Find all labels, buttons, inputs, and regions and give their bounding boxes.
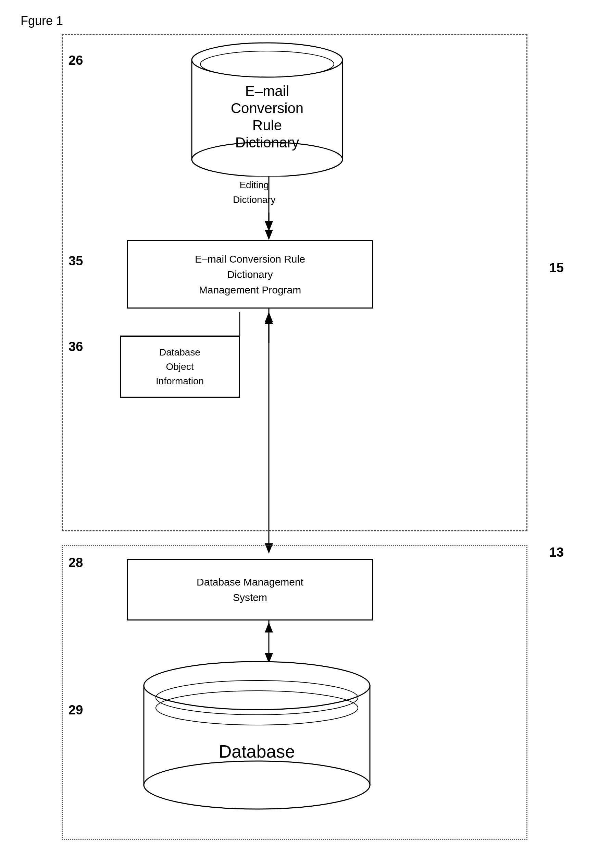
dms-line1: Database Management bbox=[197, 574, 303, 590]
mgmt-line1: E–mail Conversion Rule bbox=[195, 251, 305, 267]
db-object-info-text: Database Object Information bbox=[156, 345, 204, 388]
svg-text:Rule: Rule bbox=[253, 117, 282, 133]
editing-label-line2: Dictionary bbox=[233, 193, 275, 206]
email-dict-cylinder: E–mail Conversion Rule Dictionary bbox=[185, 39, 349, 177]
dms-box: Database Management System bbox=[127, 559, 373, 621]
arrow-mgmt-to-dms bbox=[259, 309, 279, 566]
mgmt-program-text: E–mail Conversion Rule Dictionary Manage… bbox=[195, 251, 305, 298]
label-15: 15 bbox=[549, 261, 564, 275]
mgmt-line2: Dictionary bbox=[195, 267, 305, 282]
db-obj-line1: Database bbox=[156, 345, 204, 360]
label-28: 28 bbox=[69, 555, 83, 570]
label-29: 29 bbox=[69, 703, 83, 718]
svg-marker-11 bbox=[265, 230, 273, 240]
editing-dictionary-label: Editing Dictionary bbox=[233, 178, 275, 206]
db-object-info-box: Database Object Information bbox=[120, 336, 240, 398]
connector-db-obj-to-mgmt bbox=[120, 309, 247, 343]
svg-point-23 bbox=[144, 662, 370, 710]
dms-line2: System bbox=[197, 590, 303, 605]
svg-text:Database: Database bbox=[219, 742, 295, 762]
label-35: 35 bbox=[69, 254, 83, 268]
page-title: Fgure 1 bbox=[21, 14, 63, 28]
mgmt-program-box: E–mail Conversion Rule Dictionary Manage… bbox=[127, 240, 373, 309]
svg-marker-17 bbox=[265, 314, 273, 324]
svg-text:Dictionary: Dictionary bbox=[235, 134, 299, 150]
db-obj-line2: Object bbox=[156, 360, 204, 374]
svg-point-26 bbox=[144, 761, 370, 809]
mgmt-line3: Management Program bbox=[195, 282, 305, 298]
label-13: 13 bbox=[549, 545, 564, 560]
dms-text: Database Management System bbox=[197, 574, 303, 605]
label-36: 36 bbox=[69, 339, 83, 354]
db-obj-line3: Information bbox=[156, 374, 204, 388]
label-26: 26 bbox=[69, 53, 83, 68]
svg-text:E–mail: E–mail bbox=[245, 83, 289, 99]
editing-label-line1: Editing bbox=[239, 178, 269, 192]
svg-text:Conversion: Conversion bbox=[231, 100, 303, 116]
svg-marker-20 bbox=[265, 622, 273, 633]
database-cylinder: Database bbox=[137, 658, 377, 813]
